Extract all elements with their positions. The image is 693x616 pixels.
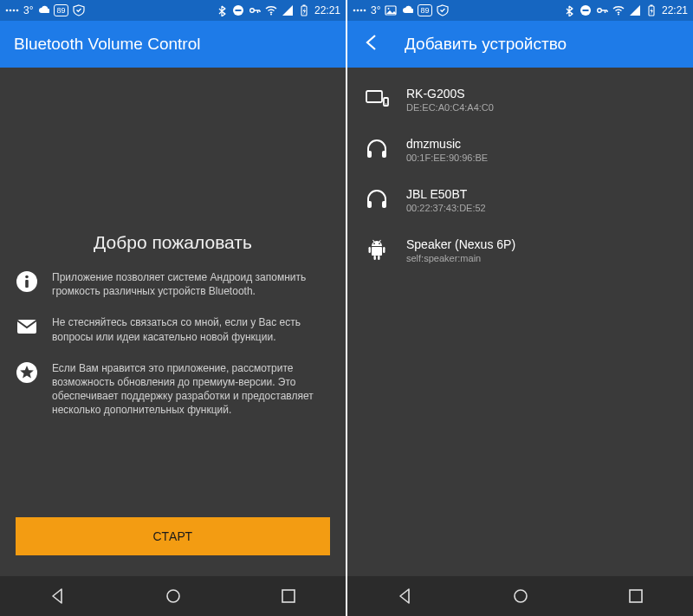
- battery-charging-icon: [298, 4, 310, 16]
- app-bar: Добавить устройство: [347, 21, 693, 68]
- device-name: dmzmusic: [406, 137, 488, 151]
- device-name: RK-G200S: [406, 87, 494, 101]
- info-row-contact: Не стесняйтесь связаться со мной, если у…: [16, 315, 330, 343]
- status-bar: 3° 89 22:21: [0, 0, 346, 21]
- android-icon: [365, 238, 389, 263]
- welcome-heading: Добро пожаловать: [16, 232, 330, 253]
- battery-charging-icon: [645, 4, 657, 16]
- dnd-icon: [232, 4, 244, 16]
- nav-back-button[interactable]: [379, 583, 431, 609]
- info-text-contact: Не стесняйтесь связаться со мной, если у…: [52, 315, 330, 343]
- info-row-premium: Если Вам нравится это приложение, рассмо…: [16, 361, 330, 418]
- device-item[interactable]: RK-G200SDE:EC:A0:C4:A4:C0: [347, 75, 693, 125]
- status-time: 22:21: [314, 4, 340, 16]
- nav-home-button[interactable]: [147, 583, 199, 609]
- headphones-icon: [365, 138, 389, 162]
- image-icon: [385, 4, 397, 16]
- device-item[interactable]: JBL E50BT00:22:37:43:DE:52: [347, 175, 693, 225]
- status-temperature: 3°: [23, 4, 33, 16]
- info-row-about: Приложение позволяет системе Андроид зап…: [16, 270, 330, 298]
- device-item[interactable]: Speaker (Nexus 6P)self:speaker:main: [347, 225, 693, 276]
- wifi-icon: [265, 4, 277, 16]
- device-name: Speaker (Nexus 6P): [406, 237, 515, 251]
- display-icon: [365, 88, 389, 112]
- shield-icon: [73, 4, 85, 16]
- arrow-back-icon: [361, 31, 384, 54]
- nav-home-button[interactable]: [495, 583, 547, 609]
- back-button[interactable]: [361, 31, 384, 57]
- wifi-icon: [612, 4, 625, 16]
- signal-icon: [282, 4, 294, 16]
- info-icon: [16, 270, 38, 293]
- dnd-icon: [580, 4, 592, 16]
- phone-screen-welcome: 3° 89 22:21 Bluetooth Volume Control Доб…: [0, 0, 346, 616]
- status-bar: 3° 89 22:21: [347, 0, 693, 21]
- mail-icon: [16, 315, 38, 338]
- nav-recent-button[interactable]: [262, 583, 314, 609]
- more-dots-icon: [5, 5, 19, 16]
- navigation-bar: [0, 576, 346, 616]
- star-icon: [16, 361, 38, 384]
- phone-screen-add-device: 3° 89 22:21 Добавить устройство RK-G200S…: [347, 0, 693, 616]
- bluetooth-icon: [564, 4, 575, 16]
- signal-icon: [629, 4, 641, 16]
- device-address: DE:EC:A0:C4:A4:C0: [406, 102, 494, 113]
- start-button-label: СТАРТ: [153, 529, 193, 543]
- shield-icon: [437, 4, 449, 16]
- device-list: RK-G200SDE:EC:A0:C4:A4:C0dmzmusic00:1F:E…: [347, 68, 693, 282]
- app-title: Bluetooth Volume Control: [14, 35, 200, 54]
- more-dots-icon: [353, 5, 366, 16]
- nav-recent-button[interactable]: [610, 583, 662, 609]
- app-title: Добавить устройство: [405, 35, 567, 54]
- start-button[interactable]: СТАРТ: [16, 517, 330, 555]
- device-address: 00:22:37:43:DE:52: [406, 203, 486, 213]
- vpn-key-icon: [249, 4, 261, 16]
- device-name: JBL E50BT: [406, 187, 486, 201]
- status-time: 22:21: [662, 4, 688, 16]
- device-item[interactable]: dmzmusic00:1F:EE:90:96:BE: [347, 125, 693, 175]
- nav-back-button[interactable]: [32, 583, 84, 609]
- device-address: 00:1F:EE:90:96:BE: [406, 152, 488, 163]
- app-bar: Bluetooth Volume Control: [0, 21, 346, 68]
- cloud-icon: [401, 5, 413, 16]
- status-temperature: 3°: [371, 4, 380, 16]
- cloud-icon: [37, 5, 49, 16]
- info-text-about: Приложение позволяет системе Андроид зап…: [52, 270, 330, 298]
- device-address: self:speaker:main: [406, 253, 515, 263]
- status-badge: 89: [418, 4, 431, 16]
- status-badge: 89: [54, 4, 68, 16]
- info-text-premium: Если Вам нравится это приложение, рассмо…: [52, 361, 330, 418]
- bluetooth-icon: [217, 4, 228, 16]
- vpn-key-icon: [596, 4, 608, 16]
- headphones-icon: [365, 188, 389, 212]
- navigation-bar: [347, 576, 693, 616]
